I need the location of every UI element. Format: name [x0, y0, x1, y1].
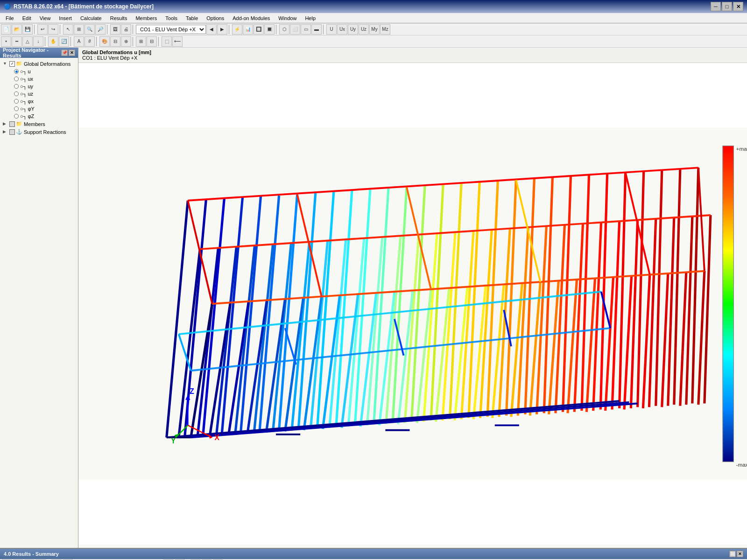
tb-top[interactable]: ▬	[311, 24, 322, 35]
tb-support[interactable]: △	[22, 36, 33, 47]
tree-label-uz: uz	[28, 91, 33, 97]
tb-undo[interactable]: ↩	[37, 24, 48, 35]
tb-moment-mz[interactable]: Mz	[380, 24, 390, 35]
minimize-button[interactable]: ─	[711, 2, 721, 11]
tb-iso[interactable]: ⬡	[279, 24, 289, 35]
app-icon: 🔵	[4, 3, 11, 10]
menu-members[interactable]: Members	[132, 14, 161, 23]
tb-deform-ux[interactable]: Ux	[337, 24, 347, 35]
tb-next-case[interactable]: ▶	[217, 24, 227, 35]
tree-global-deformations[interactable]: ▼ ✓ 📁 Global Deformations	[1, 60, 77, 68]
menu-calculate[interactable]: Calculate	[77, 14, 106, 23]
tb-zoom-rect[interactable]: ⬚	[162, 36, 172, 47]
tree-item-phiy[interactable]: ○┐ φY	[1, 105, 77, 112]
tb-prev-case[interactable]: ◀	[206, 24, 217, 35]
expand-icon: ▼	[3, 61, 8, 67]
radio-u[interactable]	[14, 69, 19, 74]
tb-side[interactable]: ▭	[301, 24, 311, 35]
tb-grid[interactable]: ⊞	[136, 36, 146, 47]
menu-options[interactable]: Options	[203, 14, 228, 23]
tb-deform-uz[interactable]: Uz	[359, 24, 369, 35]
menu-file[interactable]: File	[2, 14, 18, 23]
menu-tools[interactable]: Tools	[162, 14, 181, 23]
tb-solid[interactable]: 🔳	[264, 24, 275, 35]
3d-canvas[interactable]: +max -max	[78, 63, 747, 545]
tree-checkbox-support[interactable]	[9, 129, 15, 135]
radio-ux[interactable]	[14, 77, 19, 81]
tree-item-u[interactable]: ○┐ u	[1, 68, 77, 75]
tb-section[interactable]: ⊟	[110, 36, 120, 47]
tb-zoom-out[interactable]: 🔎	[95, 24, 106, 35]
tb-zoom-in[interactable]: 🔍	[85, 24, 95, 35]
tb-label[interactable]: A	[74, 36, 84, 47]
tb-number[interactable]: #	[85, 36, 95, 47]
tb-wire[interactable]: 🔲	[254, 24, 264, 35]
tb-zoom-all[interactable]: ⊞	[74, 24, 84, 35]
radio-phix[interactable]	[14, 99, 19, 104]
tb-pan[interactable]: ✋	[48, 36, 58, 47]
tb-deform-uy[interactable]: Uy	[348, 24, 358, 35]
radio-uz[interactable]	[14, 91, 19, 96]
tb-redo[interactable]: ↪	[48, 24, 58, 35]
tb-color-scale[interactable]: 🎨	[99, 36, 110, 47]
menu-window[interactable]: Window	[275, 14, 300, 23]
tb-moment-my[interactable]: My	[369, 24, 380, 35]
close-button[interactable]: ✕	[733, 2, 743, 11]
menu-edit[interactable]: Edit	[19, 14, 35, 23]
svg-text:X: X	[215, 434, 220, 441]
maximize-button[interactable]: □	[722, 2, 732, 11]
tb-axis[interactable]: ⊕	[121, 36, 131, 47]
tb-save[interactable]: 💾	[22, 24, 33, 35]
tb-zoom-prev[interactable]: ⟵	[172, 36, 183, 47]
tree-item-uy[interactable]: ○┐ uy	[1, 83, 77, 90]
tb-results[interactable]: 📊	[243, 24, 253, 35]
panel-close-button[interactable]: ✕	[69, 49, 75, 56]
tree-item-ux[interactable]: ○┐ ux	[1, 75, 77, 83]
menu-insert[interactable]: Insert	[55, 14, 76, 23]
tb-open[interactable]: 📂	[12, 24, 22, 35]
tree-icon-phiy: ○┐	[20, 106, 27, 112]
panel-pin-button[interactable]: 📌	[61, 49, 68, 56]
radio-uy[interactable]	[14, 84, 19, 89]
menu-view[interactable]: View	[36, 14, 55, 23]
viewport-subtitle: CO1 : ELU Vent Dép +X	[82, 55, 743, 61]
tree-icon-ux: ○┐	[20, 76, 27, 82]
project-navigator-title: Project Navigator - Results	[3, 48, 61, 58]
viewport-header: Global Deformations u [mm] CO1 : ELU Ven…	[78, 48, 747, 63]
radio-phiy[interactable]	[14, 106, 19, 111]
tb-print[interactable]: 🖨	[121, 24, 131, 35]
support-folder-icon: ⚓	[16, 129, 22, 135]
tree-checkbox[interactable]: ✓	[9, 61, 15, 67]
tree-item-phix[interactable]: ○┐ φx	[1, 98, 77, 105]
toolbar-row-1: 📄 📂 💾 ↩ ↪ ↖ ⊞ 🔍 🔎 🖼 🖨 CO1 - ELU Vent Dép…	[0, 23, 747, 35]
tb-member[interactable]: ━	[12, 36, 22, 47]
tree-support-reactions[interactable]: ▶ ⚓ Support Reactions	[1, 128, 77, 136]
tree-item-uz[interactable]: ○┐ uz	[1, 90, 77, 98]
tb-render[interactable]: 🖼	[110, 24, 120, 35]
toolbar-sep-5	[229, 25, 231, 34]
load-case-combo[interactable]: CO1 - ELU Vent Dép +X	[136, 25, 206, 34]
results-float-button[interactable]: ⬜	[729, 551, 736, 557]
window-title: RSTAB 8.26.02 x64 - [Bâtiment de stockag…	[14, 3, 154, 10]
tree-checkbox-members[interactable]	[9, 121, 15, 127]
toolbar-sep-8	[45, 37, 47, 46]
tb-node[interactable]: •	[1, 36, 11, 47]
tree-members[interactable]: ▶ 📁 Members	[1, 120, 77, 128]
title-bar: 🔵 RSTAB 8.26.02 x64 - [Bâtiment de stock…	[0, 0, 747, 13]
tree-icon-uy: ○┐	[20, 84, 27, 89]
tb-calc[interactable]: ⚡	[232, 24, 242, 35]
menu-table[interactable]: Table	[182, 14, 202, 23]
tb-snap-grid[interactable]: ⊟	[147, 36, 157, 47]
tb-front[interactable]: ⬜	[290, 24, 300, 35]
tb-new[interactable]: 📄	[1, 24, 11, 35]
tree-item-phiz[interactable]: ○┐ φZ	[1, 112, 77, 120]
results-close-button[interactable]: ✕	[737, 551, 743, 557]
tb-select[interactable]: ↖	[63, 24, 73, 35]
tb-rotate[interactable]: 🔄	[59, 36, 69, 47]
menu-results[interactable]: Results	[106, 14, 131, 23]
menu-addon[interactable]: Add-on Modules	[229, 14, 274, 23]
tb-load[interactable]: ↓	[33, 36, 43, 47]
radio-phiz[interactable]	[14, 114, 19, 119]
menu-help[interactable]: Help	[301, 14, 319, 23]
tb-deform-u[interactable]: U	[326, 24, 337, 35]
